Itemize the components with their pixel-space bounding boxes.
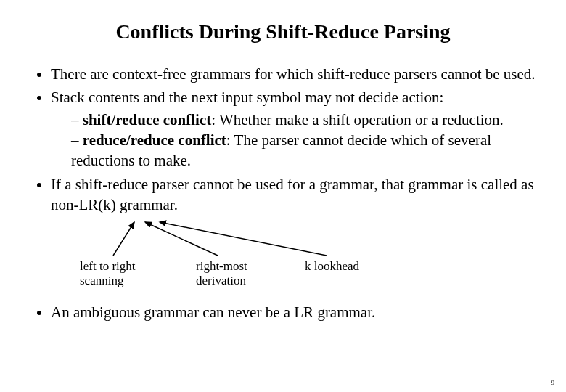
bullet-list-2: An ambiguous grammar can never be a LR g…	[36, 302, 544, 322]
reduce-reduce-bold: reduce/reduce conflict	[83, 131, 226, 149]
label-right-most: right-most derivation	[196, 259, 247, 287]
sub-list: shift/reduce conflict: Whether make a sh…	[51, 110, 544, 171]
page-number: 9	[551, 379, 555, 386]
arrows-diagram: left to right scanning right-most deriva…	[51, 219, 566, 299]
svg-line-0	[113, 222, 134, 256]
slide: Conflicts During Shift-Reduce Parsing Th…	[0, 0, 566, 392]
label-l2b: derivation	[196, 274, 246, 287]
sub-bullet-reduce-reduce: reduce/reduce conflict: The parser canno…	[71, 130, 544, 171]
bullet-list: There are context-free grammars for whic…	[36, 64, 544, 215]
bullet-1: There are context-free grammars for whic…	[51, 64, 544, 84]
label-k-lookhead: k lookhead	[305, 259, 359, 274]
bullet-2: Stack contents and the next input symbol…	[51, 87, 544, 171]
bullet-2-text: Stack contents and the next input symbol…	[51, 89, 443, 106]
shift-reduce-bold: shift/reduce conflict	[83, 111, 212, 128]
label-l1b: scanning	[80, 274, 123, 287]
label-l1a: left to right	[80, 259, 135, 273]
svg-line-1	[145, 222, 218, 256]
label-left-to-right: left to right scanning	[80, 259, 135, 287]
bullet-4: An ambiguous grammar can never be a LR g…	[51, 302, 544, 322]
slide-title: Conflicts During Shift-Reduce Parsing	[0, 0, 566, 64]
label-l2a: right-most	[196, 259, 247, 273]
shift-reduce-rest: : Whether make a shift operation or a re…	[211, 111, 504, 128]
bullet-3: If a shift-reduce parser cannot be used …	[51, 174, 544, 216]
sub-bullet-shift-reduce: shift/reduce conflict: Whether make a sh…	[71, 110, 544, 130]
svg-line-2	[160, 222, 327, 256]
